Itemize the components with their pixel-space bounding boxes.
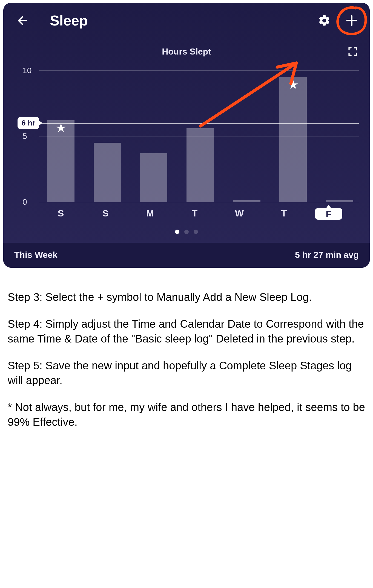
instructions-text: Step 3: Select the + symbol to Manually … <box>0 268 373 452</box>
star-icon: ★ <box>288 79 299 91</box>
pager-dot[interactable] <box>194 230 198 234</box>
step-5: Step 5: Save the new input and hopefully… <box>8 358 365 388</box>
y-tick-label: 10 <box>22 66 31 75</box>
sleep-card: Sleep Hours Slept 05106 hr★★ SSMTWTF <box>3 3 370 268</box>
x-axis-label[interactable]: T <box>181 208 208 220</box>
bar-col[interactable]: ★ <box>279 70 307 202</box>
x-axis-label[interactable]: S <box>47 208 74 220</box>
chart-title: Hours Slept <box>14 47 359 57</box>
bar-col[interactable] <box>186 70 214 202</box>
chart-area: Hours Slept 05106 hr★★ SSMTWTF <box>3 38 370 243</box>
bar <box>140 153 167 202</box>
bar <box>233 200 260 202</box>
bar <box>326 200 353 202</box>
header-actions <box>317 13 359 28</box>
bar-col[interactable]: ★ <box>47 70 74 202</box>
x-axis-label[interactable]: W <box>226 208 253 220</box>
avg-badge: 6 hr <box>18 117 39 129</box>
y-tick-label: 5 <box>22 132 27 141</box>
expand-button[interactable] <box>348 47 359 58</box>
x-axis-label[interactable]: M <box>136 208 164 220</box>
bar-col[interactable] <box>326 70 353 202</box>
note: * Not always, but for me, my wife and ot… <box>8 400 365 429</box>
x-axis-label[interactable]: F <box>315 208 342 220</box>
bar-chart[interactable]: 05106 hr★★ <box>22 70 359 202</box>
bar-col[interactable] <box>233 70 260 202</box>
x-axis-label[interactable]: T <box>270 208 298 220</box>
step-4: Step 4: Simply adjust the Time and Calen… <box>8 316 365 346</box>
back-button[interactable] <box>14 12 31 29</box>
pager-dot[interactable] <box>175 230 179 234</box>
period-label: This Week <box>14 250 58 260</box>
x-axis: SSMTWTF <box>47 208 342 220</box>
arrow-left-icon <box>16 14 29 27</box>
settings-button[interactable] <box>317 13 331 28</box>
bar: ★ <box>279 77 307 202</box>
page-title: Sleep <box>50 12 317 29</box>
pager-dot[interactable] <box>184 230 189 234</box>
plus-icon <box>346 15 358 27</box>
gridline <box>39 202 359 202</box>
bar <box>94 143 121 202</box>
y-tick-label: 0 <box>22 197 27 207</box>
star-icon: ★ <box>56 122 66 134</box>
header: Sleep <box>3 3 370 38</box>
chart-footer: This Week 5 hr 27 min avg <box>3 243 370 268</box>
fullscreen-icon <box>348 47 358 56</box>
add-button[interactable] <box>345 13 359 28</box>
x-axis-label[interactable]: S <box>92 208 119 220</box>
bar-col[interactable] <box>140 70 167 202</box>
bars-row: ★★ <box>47 70 353 202</box>
gear-icon <box>318 14 331 27</box>
bar <box>186 128 214 202</box>
page-indicator[interactable] <box>14 230 359 234</box>
avg-label: 5 hr 27 min avg <box>295 250 359 260</box>
bar: ★ <box>47 120 74 202</box>
bar-col[interactable] <box>94 70 121 202</box>
step-3: Step 3: Select the + symbol to Manually … <box>8 290 365 304</box>
